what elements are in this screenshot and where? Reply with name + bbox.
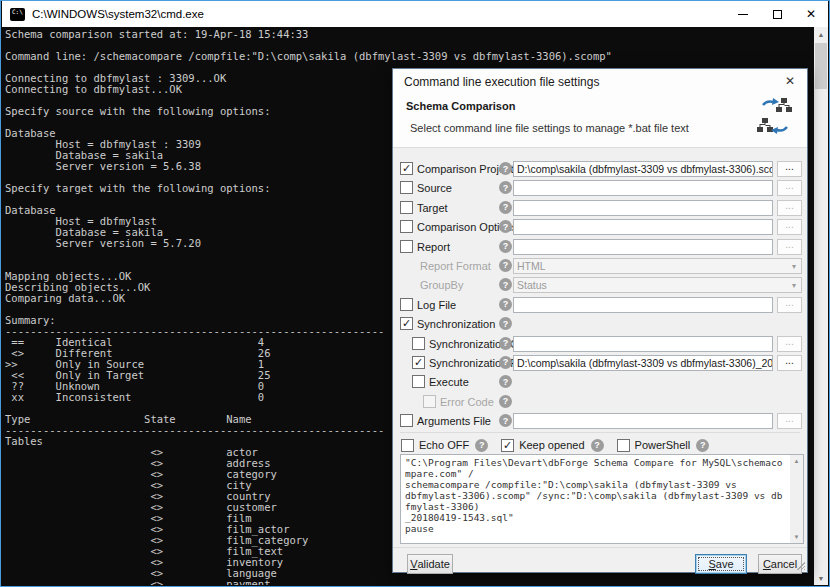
dialog-titlebar: Command line execution file settings ✕ (393, 69, 807, 93)
dialog-close-icon: ✕ (785, 74, 795, 88)
echo-off-checkbox[interactable] (401, 439, 414, 452)
close-button[interactable]: ✕ (794, 1, 828, 27)
comparison-project-help-icon[interactable]: ? (499, 162, 512, 175)
scrollbar-thumb[interactable] (815, 43, 827, 89)
source-help-icon[interactable]: ? (499, 181, 512, 194)
maximize-icon (773, 10, 782, 19)
report-help-icon[interactable]: ? (499, 240, 512, 253)
row-arguments-file: Arguments File?... (393, 412, 807, 431)
log-file-help-icon[interactable]: ? (499, 298, 512, 311)
source-label: Source (417, 182, 452, 194)
comparison-project-browse-button[interactable]: ... (777, 161, 802, 177)
synchronization-options-browse-button[interactable]: ... (777, 336, 802, 352)
target-checkbox[interactable] (400, 201, 413, 214)
row-comparison-project: ✓Comparison Project?D:\comp\sakila (dbfm… (393, 160, 807, 179)
arguments-file-checkbox[interactable] (400, 414, 413, 427)
maximize-button[interactable] (760, 1, 794, 27)
dialog-button-bar: Validate Save Cancel (393, 547, 807, 572)
report-input[interactable] (513, 239, 773, 255)
close-icon: ✕ (806, 8, 816, 20)
row-synchronization-file: ✓Synchronization File?D:\comp\sakila (db… (393, 354, 807, 373)
synchronization-help-icon[interactable]: ? (499, 317, 512, 330)
dialog-header: Schema Comparison Select command line fi… (393, 93, 807, 148)
terminal-scrollbar[interactable]: ▲ ▼ (814, 27, 828, 585)
synchronization-file-browse-button[interactable]: ... (777, 355, 802, 371)
target-help-icon[interactable]: ? (499, 201, 512, 214)
window-title: C:\WINDOWS\system32\cmd.exe (32, 8, 204, 20)
execute-checkbox[interactable] (412, 375, 425, 388)
comparison-project-input[interactable]: D:\comp\sakila (dbfmylast-3309 vs dbfmyl… (513, 161, 773, 177)
comparison-options-checkbox[interactable] (400, 220, 413, 233)
error-code-label: Error Code (440, 396, 494, 408)
synchronization-file-help-icon[interactable]: ? (499, 356, 512, 369)
synchronization-options-help-icon[interactable]: ? (499, 337, 512, 350)
arguments-file-help-icon[interactable]: ? (499, 414, 512, 427)
keep-opened-help-icon[interactable]: ? (591, 439, 604, 452)
report-format-label: Report Format (420, 260, 491, 272)
source-input[interactable] (513, 180, 773, 196)
execution-options-row: Echo OFF?✓Keep opened?PowerShell? (401, 437, 722, 453)
window-controls: ✕ (726, 1, 828, 27)
synchronization-options-checkbox[interactable] (412, 337, 425, 350)
command-line-settings-dialog: Command line execution file settings ✕ S… (392, 68, 808, 573)
powershell-checkbox[interactable] (617, 439, 630, 452)
cmd-window: C:\WINDOWS\system32\cmd.exe ✕ Schema com… (0, 0, 830, 587)
minimize-icon (738, 14, 748, 15)
synchronization-options-input[interactable] (513, 336, 773, 352)
row-report-format: Report Format?HTML▾ (393, 257, 807, 276)
synchronization-file-input[interactable]: D:\comp\sakila (dbfmylast-3309 vs dbfmyl… (513, 355, 773, 371)
echo-off-label: Echo OFF (419, 439, 469, 451)
row-log-file: Log File?... (393, 296, 807, 315)
report-label: Report (417, 241, 450, 253)
window-titlebar: C:\WINDOWS\system32\cmd.exe ✕ (2, 1, 828, 27)
schema-comparison-heading: Schema Comparison (406, 100, 515, 112)
report-format-help-icon[interactable]: ? (499, 259, 512, 272)
preview-scrollbar[interactable]: ▲ ▼ (790, 455, 803, 543)
arguments-file-input[interactable] (513, 413, 773, 429)
report-browse-button[interactable]: ... (777, 239, 802, 255)
row-synchronization: ✓Synchronization? (393, 315, 807, 334)
comparison-options-browse-button[interactable]: ... (777, 219, 802, 235)
cmd-app-icon (10, 8, 25, 21)
row-source: Source?... (393, 179, 807, 198)
echo-off-help-icon[interactable]: ? (475, 439, 488, 452)
log-file-browse-button[interactable]: ... (777, 297, 802, 313)
preview-scroll-up-icon[interactable]: ▲ (790, 455, 803, 467)
command-preview-text[interactable]: "C:\Program Files\Devart\dbForge Schema … (401, 455, 803, 536)
report-checkbox[interactable] (400, 240, 413, 253)
groupby-help-icon[interactable]: ? (499, 278, 512, 291)
log-file-input[interactable] (513, 297, 773, 313)
validate-button[interactable]: Validate (407, 554, 453, 574)
arguments-file-label: Arguments File (417, 415, 491, 427)
comparison-project-checkbox[interactable]: ✓ (400, 162, 413, 175)
options-separator (400, 432, 800, 433)
keep-opened-checkbox[interactable]: ✓ (501, 439, 514, 452)
save-button[interactable]: Save (695, 554, 747, 574)
comparison-options-input[interactable] (513, 219, 773, 235)
execute-help-icon[interactable]: ? (499, 375, 512, 388)
row-synchronization-options: Synchronization Options?... (393, 335, 807, 354)
dialog-close-button[interactable]: ✕ (782, 73, 798, 89)
log-file-checkbox[interactable] (400, 298, 413, 311)
keep-opened-label: Keep opened (519, 439, 584, 451)
scroll-down-icon[interactable]: ▼ (814, 571, 828, 585)
powershell-help-icon[interactable]: ? (696, 439, 709, 452)
source-browse-button[interactable]: ... (777, 180, 802, 196)
source-checkbox[interactable] (400, 181, 413, 194)
command-preview-box[interactable]: "C:\Program Files\Devart\dbForge Schema … (400, 454, 804, 544)
minimize-button[interactable] (726, 1, 760, 27)
target-input[interactable] (513, 200, 773, 216)
scroll-up-icon[interactable]: ▲ (814, 27, 828, 41)
chevron-down-icon: ▾ (792, 281, 796, 290)
option-echo-off: Echo OFF? (401, 439, 488, 452)
resize-grip[interactable] (796, 561, 805, 570)
target-label: Target (417, 202, 448, 214)
option-powershell: PowerShell? (617, 439, 710, 452)
synchronization-file-checkbox[interactable]: ✓ (412, 356, 425, 369)
target-browse-button[interactable]: ... (777, 200, 802, 216)
error-code-help-icon[interactable]: ? (499, 395, 512, 408)
arguments-file-browse-button[interactable]: ... (777, 413, 802, 429)
groupby-label: GroupBy (420, 279, 463, 291)
synchronization-checkbox[interactable]: ✓ (400, 317, 413, 330)
preview-scroll-down-icon[interactable]: ▼ (790, 531, 803, 543)
